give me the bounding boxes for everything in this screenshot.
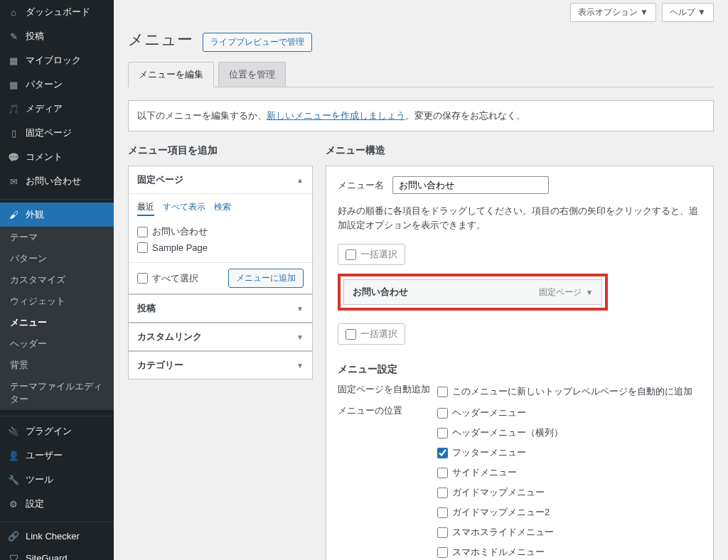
tab-manage-locations[interactable]: 位置を管理 bbox=[218, 62, 286, 87]
menu-icon: ⚙ bbox=[7, 499, 20, 510]
sidebar-item[interactable]: 🔗Link Checker bbox=[0, 525, 114, 547]
sidebar-item[interactable]: ▦マイブロック bbox=[0, 48, 114, 72]
sidebar-item[interactable]: ✉お問い合わせ bbox=[0, 169, 114, 193]
sidebar-item[interactable]: 🎵メディア bbox=[0, 97, 114, 121]
postbox-custom-links-toggle[interactable]: カスタムリンク▼ bbox=[129, 323, 312, 350]
sidebar-item[interactable]: 👤ユーザー bbox=[0, 443, 114, 468]
caret-up-icon: ▲ bbox=[296, 176, 304, 184]
sidebar-item[interactable]: ⌂ダッシュボード bbox=[0, 0, 114, 24]
postbox-categories: カテゴリー▼ bbox=[128, 351, 313, 379]
sidebar-subitem[interactable]: ヘッダー bbox=[0, 333, 114, 355]
add-to-menu-button[interactable]: メニューに追加 bbox=[228, 269, 304, 288]
sidebar-item-label: 外観 bbox=[26, 208, 44, 221]
tabs: メニューを編集 位置を管理 bbox=[128, 62, 714, 87]
menu-name-label: メニュー名 bbox=[338, 179, 384, 192]
tab-edit-menus[interactable]: メニューを編集 bbox=[128, 62, 214, 87]
sidebar-item[interactable]: ▦パターン bbox=[0, 72, 114, 97]
menu-icon: ▯ bbox=[7, 128, 20, 139]
auto-add-checkbox[interactable]: このメニューに新しいトップレベルページを自動的に追加 bbox=[437, 383, 692, 400]
pages-tab-search[interactable]: 検索 bbox=[214, 201, 231, 216]
sidebar-subitem[interactable]: カスタマイズ bbox=[0, 269, 114, 291]
postbox-posts: 投稿▼ bbox=[128, 294, 313, 323]
postbox-posts-toggle[interactable]: 投稿▼ bbox=[129, 295, 312, 322]
sidebar-subitem[interactable]: メニュー bbox=[0, 312, 114, 333]
location-checkbox[interactable]: ガイドマップメニュー2 bbox=[437, 504, 563, 521]
sidebar-item-label: お問い合わせ bbox=[26, 175, 81, 188]
sidebar-item[interactable]: 🔧ツール bbox=[0, 468, 114, 492]
menu-icon: 🔗 bbox=[7, 531, 20, 542]
menu-icon: 🔧 bbox=[7, 475, 20, 485]
sidebar-item-label: ダッシュボード bbox=[26, 6, 90, 18]
caret-down-icon: ▼ bbox=[296, 362, 304, 370]
auto-add-label: 固定ページを自動追加 bbox=[338, 383, 430, 396]
menu-icon: ✎ bbox=[7, 31, 20, 42]
menu-item[interactable]: お問い合わせ 固定ページ▼ bbox=[343, 279, 602, 305]
menu-item-type: 固定ページ▼ bbox=[539, 286, 593, 298]
sidebar-item-label: SiteGuard bbox=[26, 553, 68, 560]
pages-tab-recent[interactable]: 最近 bbox=[137, 201, 154, 216]
bulk-select-top[interactable]: 一括選択 bbox=[338, 244, 405, 265]
sidebar-subitem[interactable]: 背景 bbox=[0, 355, 114, 376]
page-checkbox-item[interactable]: Sample Page bbox=[137, 240, 304, 255]
postbox-categories-toggle[interactable]: カテゴリー▼ bbox=[129, 352, 312, 379]
structure-heading: メニュー構造 bbox=[326, 144, 714, 157]
location-checkbox[interactable]: ヘッダーメニュー bbox=[437, 404, 563, 421]
location-checkbox[interactable]: スマホミドルメニュー bbox=[437, 544, 563, 560]
sidebar-item-appearance[interactable]: 🖌 外観 bbox=[0, 203, 114, 227]
sidebar-item-label: ユーザー bbox=[26, 449, 63, 462]
menu-icon: ✉ bbox=[7, 176, 20, 187]
menu-name-input[interactable] bbox=[392, 176, 549, 194]
sidebar-item[interactable]: 🛡SiteGuard bbox=[0, 547, 114, 560]
sidebar-subitem[interactable]: ウィジェット bbox=[0, 291, 114, 312]
screen-options-button[interactable]: 表示オプション ▼ bbox=[570, 3, 656, 22]
sidebar-item-label: 設定 bbox=[26, 497, 44, 510]
select-all-pages[interactable]: すべて選択 bbox=[137, 270, 198, 287]
postbox-pages: 固定ページ ▲ 最近 すべて表示 検索 お問い合わせSample Page bbox=[128, 166, 313, 294]
sidebar-item[interactable]: 🔌プラグイン bbox=[0, 419, 114, 443]
help-button[interactable]: ヘルプ ▼ bbox=[662, 3, 714, 22]
admin-sidebar: ⌂ダッシュボード✎投稿▦マイブロック▦パターン🎵メディア▯固定ページ💬コメント✉… bbox=[0, 0, 114, 560]
postbox-custom-links: カスタムリンク▼ bbox=[128, 323, 313, 351]
bulk-select-bottom[interactable]: 一括選択 bbox=[338, 323, 405, 345]
menu-settings-heading: メニュー設定 bbox=[338, 363, 702, 376]
sidebar-item-label: メディア bbox=[26, 102, 63, 115]
live-preview-button[interactable]: ライブプレビューで管理 bbox=[203, 33, 312, 52]
pages-tab-all[interactable]: すべて表示 bbox=[163, 201, 205, 216]
sidebar-subitem[interactable]: パターン bbox=[0, 248, 114, 269]
sidebar-item-label: 投稿 bbox=[26, 30, 44, 43]
sidebar-item[interactable]: ⚙設定 bbox=[0, 492, 114, 516]
menu-icon: 👤 bbox=[7, 451, 20, 461]
sidebar-subitem[interactable]: テーマファイルエディター bbox=[0, 376, 114, 410]
location-checkbox[interactable]: フッターメニュー bbox=[437, 444, 563, 461]
add-items-heading: メニュー項目を追加 bbox=[128, 144, 313, 157]
main-content: 表示オプション ▼ ヘルプ ▼ メニュー ライブプレビューで管理 メニューを編集… bbox=[114, 0, 728, 560]
menu-structure-panel: メニュー名 好みの順番に各項目をドラッグしてください。項目の右側の矢印をクリック… bbox=[326, 166, 714, 560]
sidebar-item-label: Link Checker bbox=[26, 531, 80, 542]
sidebar-item-label: コメント bbox=[26, 151, 63, 163]
sidebar-item[interactable]: ▯固定ページ bbox=[0, 121, 114, 145]
sidebar-item[interactable]: 💬コメント bbox=[0, 145, 114, 169]
page-title: メニュー bbox=[128, 29, 193, 50]
sidebar-item[interactable]: ✎投稿 bbox=[0, 24, 114, 48]
sidebar-item-label: ツール bbox=[26, 473, 53, 486]
caret-down-icon: ▼ bbox=[296, 305, 304, 313]
brush-icon: 🖌 bbox=[7, 210, 20, 220]
sidebar-subitem[interactable]: テーマ bbox=[0, 227, 114, 248]
menu-icon: 🎵 bbox=[7, 104, 20, 114]
locations-label: メニューの位置 bbox=[338, 404, 430, 417]
menu-item-title: お問い合わせ bbox=[353, 286, 408, 298]
create-new-menu-link[interactable]: 新しいメニューを作成しましょう bbox=[267, 110, 405, 121]
location-checkbox[interactable]: スマホスライドメニュー bbox=[437, 524, 563, 541]
location-checkbox[interactable]: ヘッダーメニュー（横列） bbox=[437, 424, 563, 441]
menu-item-highlight: お問い合わせ 固定ページ▼ bbox=[338, 274, 608, 311]
sidebar-item-label: パターン bbox=[26, 78, 63, 91]
info-notice: 以下のメニューを編集するか、新しいメニューを作成しましょう。変更の保存をお忘れな… bbox=[128, 100, 714, 131]
page-checkbox-item[interactable]: お問い合わせ bbox=[137, 223, 304, 240]
location-checkbox[interactable]: ガイドマップメニュー bbox=[437, 484, 563, 501]
structure-description: 好みの順番に各項目をドラッグしてください。項目の右側の矢印をクリックすると、追加… bbox=[338, 204, 702, 232]
sidebar-item-label: 固定ページ bbox=[26, 126, 72, 139]
menu-icon: 🔌 bbox=[7, 426, 20, 437]
postbox-pages-toggle[interactable]: 固定ページ ▲ bbox=[129, 166, 312, 194]
location-checkbox[interactable]: サイドメニュー bbox=[437, 464, 563, 481]
menu-icon: ▦ bbox=[7, 55, 20, 66]
